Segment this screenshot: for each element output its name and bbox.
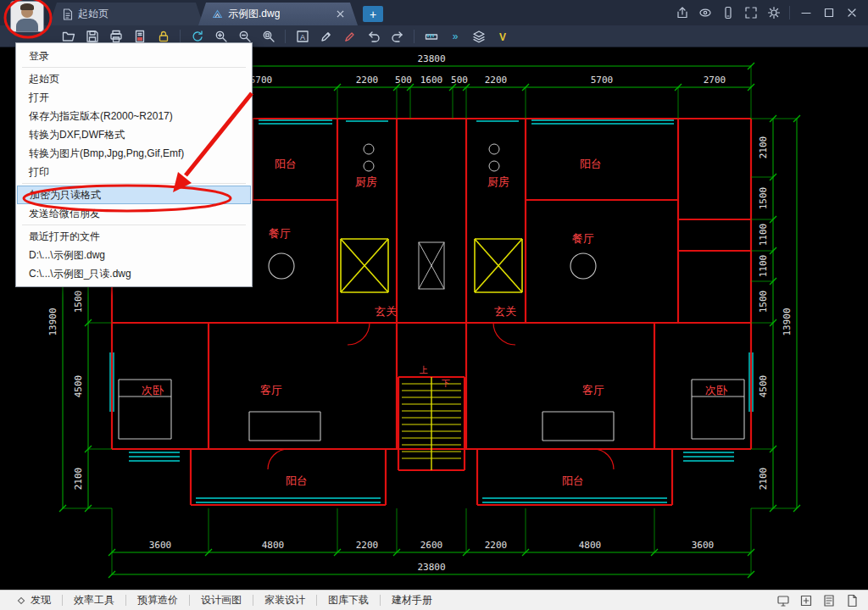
statusbar-tab-library-download[interactable]: 图库下载	[317, 591, 380, 610]
dim-label: 13900	[782, 308, 793, 336]
statusbar-tab-label: 设计画图	[201, 593, 242, 607]
eye-button[interactable]	[693, 0, 716, 25]
room-label: 阳台	[562, 474, 584, 487]
close-button[interactable]	[840, 0, 863, 25]
marker-icon	[343, 30, 357, 43]
share-button[interactable]	[670, 0, 693, 25]
dim-label: 2100	[758, 468, 769, 491]
statusbar-icon-group	[776, 593, 868, 608]
dim-label: 4800	[262, 540, 285, 551]
statusbar-tab-materials-manual[interactable]: 建材手册	[381, 591, 443, 610]
menu-item-open[interactable]: 打开	[16, 88, 252, 107]
statusbar-tab-label: 图库下载	[328, 593, 369, 607]
statusbar-tab-home-design[interactable]: 家装设计	[253, 591, 316, 610]
tab-document[interactable]: 示例图.dwg	[198, 3, 358, 25]
zoom-in-icon	[214, 30, 228, 43]
door-arc	[268, 449, 288, 469]
menu-separator	[22, 183, 246, 184]
close-icon	[845, 6, 859, 19]
zoom-out-icon	[238, 30, 252, 43]
titlebar-separator	[789, 6, 790, 19]
menu-item-recent-files[interactable]: 最近打开的文件	[16, 227, 252, 246]
eye-icon	[698, 6, 712, 19]
statusbar-tab-label: 预算造价	[137, 593, 178, 607]
text-tool-button[interactable]: A	[292, 27, 313, 46]
layers-icon	[472, 30, 486, 43]
tab-close-icon[interactable]	[334, 8, 346, 20]
app-window: 起始页 示例图.dwg +	[0, 0, 868, 610]
tab-start-page[interactable]: 起始页	[49, 3, 203, 25]
room-label: 客厅	[582, 384, 604, 396]
diamond-icon	[16, 596, 26, 606]
stair-label-down: 下	[442, 379, 450, 388]
lock-icon	[157, 30, 170, 43]
page-button[interactable]	[844, 593, 860, 608]
redo-icon	[391, 30, 404, 43]
menu-item-send-wechat[interactable]: 发送给微信朋友	[16, 204, 252, 223]
menu-item-encrypt-readonly[interactable]: 加密为只读格式	[17, 186, 251, 204]
titlebar-icon-group	[670, 0, 868, 25]
menu-item-login[interactable]: 登录	[16, 47, 252, 65]
room-label: 餐厅	[572, 232, 594, 245]
stove-burner	[364, 144, 374, 154]
svg-text:V: V	[498, 30, 505, 42]
user-avatar-button[interactable]	[10, 1, 44, 32]
note-button[interactable]	[821, 593, 837, 608]
menu-item-save-as-version[interactable]: 保存为指定版本(R2000~R2017)	[16, 107, 252, 125]
maximize-button[interactable]	[817, 0, 840, 25]
statusbar-tab-efficiency-tools[interactable]: 效率工具	[63, 591, 125, 610]
undo-button[interactable]	[363, 27, 384, 46]
measure-button[interactable]	[420, 27, 442, 46]
vip-button[interactable]: V	[492, 27, 513, 46]
pencil-button[interactable]	[315, 27, 337, 46]
dim-label: 1500	[758, 187, 769, 210]
dim-label: 5700	[250, 75, 273, 86]
statusbar-tab-discover[interactable]: 发现	[5, 591, 62, 610]
room-label: 餐厅	[269, 227, 291, 240]
export-pdf-icon	[133, 30, 147, 43]
toolbar-separator	[285, 30, 286, 43]
menu-item-convert-dxf-dwf[interactable]: 转换为DXF,DWF格式	[16, 125, 252, 144]
dim-label: 1100	[758, 255, 769, 278]
room-label: 客厅	[260, 384, 282, 396]
menu-item-convert-image[interactable]: 转换为图片(Bmp,Jpg,Png,Gif,Emf)	[16, 144, 252, 163]
titlebar: 起始页 示例图.dwg +	[0, 0, 868, 25]
drawing-icon	[212, 8, 223, 19]
minimize-button[interactable]	[794, 0, 817, 25]
dim-label: 500	[395, 75, 412, 86]
dim-label: 4500	[758, 375, 769, 398]
statusbar-tab-design-draw[interactable]: 设计画图	[190, 591, 253, 610]
marker-button[interactable]	[339, 27, 360, 46]
fullscreen-button[interactable]	[739, 0, 762, 25]
maximize-icon	[822, 6, 836, 19]
menu-item-print[interactable]: 打印	[16, 163, 252, 181]
zoom-extents-button[interactable]	[258, 27, 279, 46]
menu-item-recent-file-2[interactable]: C:\...\示例图_只读.dwg	[16, 264, 252, 283]
menu-separator	[22, 225, 246, 225]
dim-label: 5700	[591, 75, 614, 86]
fullscreen-icon	[744, 6, 758, 19]
mobile-button[interactable]	[716, 0, 739, 25]
dim-label: 4500	[73, 375, 84, 398]
tab-label: 示例图.dwg	[228, 7, 280, 21]
menu-item-recent-file-1[interactable]: D:\...\示例图.dwg	[16, 246, 252, 264]
fixtures	[268, 144, 614, 469]
add-button[interactable]	[798, 593, 814, 608]
layers-button[interactable]	[468, 27, 489, 46]
markup-button[interactable]: »	[444, 27, 465, 46]
save-icon	[86, 30, 99, 43]
menu-item-start-page[interactable]: 起始页	[16, 69, 252, 88]
statusbar-tab-budget[interactable]: 预算造价	[126, 591, 189, 610]
room-label: 厨房	[355, 175, 377, 188]
dim-label: 2700	[704, 75, 726, 86]
avatar-head	[21, 6, 33, 18]
monitor-button[interactable]	[776, 593, 791, 608]
dining-table	[269, 253, 294, 279]
new-tab-button[interactable]: +	[363, 6, 383, 22]
toolbar-separator	[180, 30, 181, 43]
dim-label: 4800	[579, 540, 602, 551]
dim-label: 500	[451, 75, 468, 86]
redo-button[interactable]	[387, 27, 408, 46]
settings-button[interactable]	[762, 0, 785, 25]
tab-strip: 起始页 示例图.dwg +	[49, 0, 383, 25]
